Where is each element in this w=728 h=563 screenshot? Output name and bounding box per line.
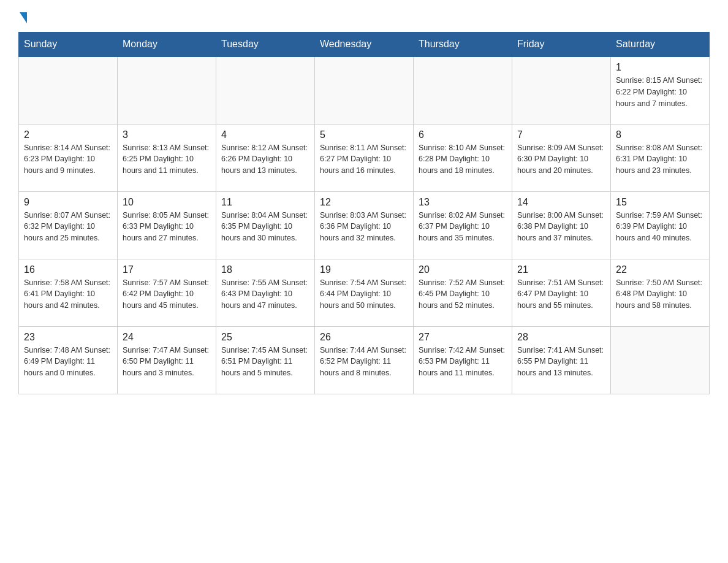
day-info: Sunrise: 7:54 AM Sunset: 6:44 PM Dayligh… bbox=[320, 277, 408, 312]
day-info: Sunrise: 8:00 AM Sunset: 6:38 PM Dayligh… bbox=[517, 210, 605, 244]
day-header-monday: Monday bbox=[118, 33, 216, 57]
day-number: 23 bbox=[24, 332, 112, 343]
day-header-saturday: Saturday bbox=[611, 33, 710, 57]
day-info: Sunrise: 7:55 AM Sunset: 6:43 PM Dayligh… bbox=[221, 277, 309, 312]
day-number: 19 bbox=[320, 264, 408, 275]
calendar-cell bbox=[118, 56, 216, 124]
day-number: 10 bbox=[123, 197, 211, 208]
calendar-cell: 13Sunrise: 8:02 AM Sunset: 6:37 PM Dayli… bbox=[414, 191, 512, 259]
day-info: Sunrise: 7:59 AM Sunset: 6:39 PM Dayligh… bbox=[616, 210, 704, 244]
day-header-wednesday: Wednesday bbox=[315, 33, 414, 57]
day-info: Sunrise: 7:58 AM Sunset: 6:41 PM Dayligh… bbox=[24, 277, 112, 312]
day-info: Sunrise: 7:42 AM Sunset: 6:53 PM Dayligh… bbox=[419, 345, 507, 379]
calendar-cell: 5Sunrise: 8:11 AM Sunset: 6:27 PM Daylig… bbox=[315, 124, 414, 191]
calendar-cell bbox=[216, 56, 315, 124]
day-info: Sunrise: 7:47 AM Sunset: 6:50 PM Dayligh… bbox=[123, 345, 211, 379]
day-info: Sunrise: 8:02 AM Sunset: 6:37 PM Dayligh… bbox=[419, 210, 507, 244]
day-header-friday: Friday bbox=[512, 33, 611, 57]
calendar-cell: 16Sunrise: 7:58 AM Sunset: 6:41 PM Dayli… bbox=[19, 259, 118, 326]
day-info: Sunrise: 8:03 AM Sunset: 6:36 PM Dayligh… bbox=[320, 210, 408, 244]
calendar-week-row: 23Sunrise: 7:48 AM Sunset: 6:49 PM Dayli… bbox=[19, 326, 710, 394]
calendar-week-row: 1Sunrise: 8:15 AM Sunset: 6:22 PM Daylig… bbox=[19, 56, 710, 124]
day-number: 21 bbox=[517, 264, 605, 275]
calendar-cell: 22Sunrise: 7:50 AM Sunset: 6:48 PM Dayli… bbox=[611, 259, 710, 326]
day-number: 24 bbox=[123, 332, 211, 343]
day-info: Sunrise: 7:52 AM Sunset: 6:45 PM Dayligh… bbox=[419, 277, 507, 312]
day-number: 27 bbox=[419, 332, 507, 343]
calendar-cell: 8Sunrise: 8:08 AM Sunset: 6:31 PM Daylig… bbox=[611, 124, 710, 191]
calendar-cell: 11Sunrise: 8:04 AM Sunset: 6:35 PM Dayli… bbox=[216, 191, 315, 259]
calendar-header-row: SundayMondayTuesdayWednesdayThursdayFrid… bbox=[19, 33, 710, 57]
calendar-cell: 15Sunrise: 7:59 AM Sunset: 6:39 PM Dayli… bbox=[611, 191, 710, 259]
logo-arrow-icon bbox=[20, 12, 27, 23]
day-number: 12 bbox=[320, 197, 408, 208]
calendar-cell: 25Sunrise: 7:45 AM Sunset: 6:51 PM Dayli… bbox=[216, 326, 315, 394]
day-number: 3 bbox=[123, 129, 211, 140]
day-info: Sunrise: 8:09 AM Sunset: 6:30 PM Dayligh… bbox=[517, 142, 605, 177]
day-info: Sunrise: 8:10 AM Sunset: 6:28 PM Dayligh… bbox=[419, 142, 507, 177]
day-number: 6 bbox=[419, 129, 507, 140]
calendar-cell: 1Sunrise: 8:15 AM Sunset: 6:22 PM Daylig… bbox=[611, 56, 710, 124]
calendar-cell: 23Sunrise: 7:48 AM Sunset: 6:49 PM Dayli… bbox=[19, 326, 118, 394]
calendar-cell bbox=[315, 56, 414, 124]
day-number: 11 bbox=[221, 197, 309, 208]
day-info: Sunrise: 8:15 AM Sunset: 6:22 PM Dayligh… bbox=[616, 75, 704, 109]
calendar-cell bbox=[19, 56, 118, 124]
day-info: Sunrise: 8:12 AM Sunset: 6:26 PM Dayligh… bbox=[221, 142, 309, 177]
day-number: 22 bbox=[616, 264, 704, 275]
calendar-cell bbox=[414, 56, 512, 124]
day-info: Sunrise: 8:14 AM Sunset: 6:23 PM Dayligh… bbox=[24, 142, 112, 177]
calendar-cell: 2Sunrise: 8:14 AM Sunset: 6:23 PM Daylig… bbox=[19, 124, 118, 191]
calendar-cell: 9Sunrise: 8:07 AM Sunset: 6:32 PM Daylig… bbox=[19, 191, 118, 259]
day-info: Sunrise: 8:07 AM Sunset: 6:32 PM Dayligh… bbox=[24, 210, 112, 244]
day-info: Sunrise: 7:51 AM Sunset: 6:47 PM Dayligh… bbox=[517, 277, 605, 312]
day-header-sunday: Sunday bbox=[19, 33, 118, 57]
calendar-cell: 4Sunrise: 8:12 AM Sunset: 6:26 PM Daylig… bbox=[216, 124, 315, 191]
day-number: 15 bbox=[616, 197, 704, 208]
page-header bbox=[18, 12, 710, 22]
day-info: Sunrise: 8:11 AM Sunset: 6:27 PM Dayligh… bbox=[320, 142, 408, 177]
day-number: 13 bbox=[419, 197, 507, 208]
day-info: Sunrise: 7:45 AM Sunset: 6:51 PM Dayligh… bbox=[221, 345, 309, 379]
day-number: 25 bbox=[221, 332, 309, 343]
calendar-week-row: 2Sunrise: 8:14 AM Sunset: 6:23 PM Daylig… bbox=[19, 124, 710, 191]
calendar-cell: 21Sunrise: 7:51 AM Sunset: 6:47 PM Dayli… bbox=[512, 259, 611, 326]
day-header-thursday: Thursday bbox=[414, 33, 512, 57]
day-number: 4 bbox=[221, 129, 309, 140]
calendar-cell: 6Sunrise: 8:10 AM Sunset: 6:28 PM Daylig… bbox=[414, 124, 512, 191]
day-info: Sunrise: 8:05 AM Sunset: 6:33 PM Dayligh… bbox=[123, 210, 211, 244]
calendar-cell: 10Sunrise: 8:05 AM Sunset: 6:33 PM Dayli… bbox=[118, 191, 216, 259]
day-number: 14 bbox=[517, 197, 605, 208]
day-number: 8 bbox=[616, 129, 704, 140]
calendar-cell: 12Sunrise: 8:03 AM Sunset: 6:36 PM Dayli… bbox=[315, 191, 414, 259]
calendar-cell: 18Sunrise: 7:55 AM Sunset: 6:43 PM Dayli… bbox=[216, 259, 315, 326]
day-number: 7 bbox=[517, 129, 605, 140]
day-header-tuesday: Tuesday bbox=[216, 33, 315, 57]
day-number: 5 bbox=[320, 129, 408, 140]
day-number: 2 bbox=[24, 129, 112, 140]
day-number: 16 bbox=[24, 264, 112, 275]
calendar-cell: 26Sunrise: 7:44 AM Sunset: 6:52 PM Dayli… bbox=[315, 326, 414, 394]
calendar-cell: 20Sunrise: 7:52 AM Sunset: 6:45 PM Dayli… bbox=[414, 259, 512, 326]
calendar-week-row: 9Sunrise: 8:07 AM Sunset: 6:32 PM Daylig… bbox=[19, 191, 710, 259]
calendar-cell: 19Sunrise: 7:54 AM Sunset: 6:44 PM Dayli… bbox=[315, 259, 414, 326]
calendar-cell: 28Sunrise: 7:41 AM Sunset: 6:55 PM Dayli… bbox=[512, 326, 611, 394]
day-number: 28 bbox=[517, 332, 605, 343]
calendar-week-row: 16Sunrise: 7:58 AM Sunset: 6:41 PM Dayli… bbox=[19, 259, 710, 326]
day-info: Sunrise: 8:04 AM Sunset: 6:35 PM Dayligh… bbox=[221, 210, 309, 244]
calendar-table: SundayMondayTuesdayWednesdayThursdayFrid… bbox=[18, 32, 710, 394]
day-info: Sunrise: 7:44 AM Sunset: 6:52 PM Dayligh… bbox=[320, 345, 408, 379]
calendar-cell: 27Sunrise: 7:42 AM Sunset: 6:53 PM Dayli… bbox=[414, 326, 512, 394]
calendar-cell: 24Sunrise: 7:47 AM Sunset: 6:50 PM Dayli… bbox=[118, 326, 216, 394]
calendar-cell: 7Sunrise: 8:09 AM Sunset: 6:30 PM Daylig… bbox=[512, 124, 611, 191]
day-info: Sunrise: 8:08 AM Sunset: 6:31 PM Dayligh… bbox=[616, 142, 704, 177]
day-info: Sunrise: 7:48 AM Sunset: 6:49 PM Dayligh… bbox=[24, 345, 112, 379]
day-info: Sunrise: 7:50 AM Sunset: 6:48 PM Dayligh… bbox=[616, 277, 704, 312]
day-number: 20 bbox=[419, 264, 507, 275]
calendar-cell bbox=[512, 56, 611, 124]
day-number: 17 bbox=[123, 264, 211, 275]
day-info: Sunrise: 8:13 AM Sunset: 6:25 PM Dayligh… bbox=[123, 142, 211, 177]
day-number: 1 bbox=[616, 62, 704, 73]
calendar-cell: 14Sunrise: 8:00 AM Sunset: 6:38 PM Dayli… bbox=[512, 191, 611, 259]
calendar-cell: 3Sunrise: 8:13 AM Sunset: 6:25 PM Daylig… bbox=[118, 124, 216, 191]
